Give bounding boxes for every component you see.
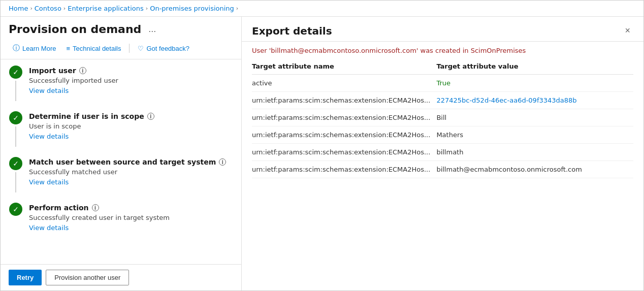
table-cell-attr: urn:ietf:params:scim:schemas:extension:E… <box>252 161 436 178</box>
breadcrumb-sep-1: › <box>30 5 32 12</box>
step-3-line <box>15 172 16 192</box>
steps-container: ✓ Import user i Successfully imported us… <box>1 59 241 264</box>
table-row: activeTrue <box>252 75 633 92</box>
step-1-desc: Successfully imported user <box>29 77 233 84</box>
step-1-check: ✓ <box>9 66 22 79</box>
left-panel: Provision on demand ... ⓘ Learn More ≡ T… <box>1 17 242 290</box>
page-title: Provision on demand <box>9 23 141 36</box>
subtitle-email: billmath@ecmabmcontoso.onmicrosoft.com <box>271 47 416 54</box>
table-header-row: Target attribute name Target attribute v… <box>252 58 633 75</box>
step-1-info-icon[interactable]: i <box>79 67 86 74</box>
table-cell-attr: urn:ietf:params:scim:schemas:extension:E… <box>252 126 436 144</box>
table-row: urn:ietf:params:scim:schemas:extension:E… <box>252 92 633 109</box>
breadcrumb-enterprise[interactable]: Enterprise applications <box>68 5 144 12</box>
step-scope: ✓ Determine if user is in scope i User i… <box>9 111 233 147</box>
breadcrumb-sep-4: › <box>236 5 238 12</box>
breadcrumb-sep-3: › <box>146 5 148 12</box>
table-cell-value: 227425bc-d52d-46ec-aa6d-09f3343da88b <box>436 92 633 109</box>
toolbar: ⓘ Learn More ≡ Technical details ♡ Got f… <box>1 40 241 59</box>
bottom-actions: Retry Provision another user <box>1 264 241 290</box>
step-4-check: ✓ <box>9 203 22 216</box>
step-import-user: ✓ Import user i Successfully imported us… <box>9 66 233 101</box>
step-2-title: Determine if user is in scope i <box>29 112 233 120</box>
learn-more-button[interactable]: ⓘ Learn More <box>9 42 60 55</box>
step-4-view-details[interactable]: View details <box>29 224 69 232</box>
retry-button[interactable]: Retry <box>9 270 42 285</box>
breadcrumb-sep-2: › <box>63 5 66 12</box>
step-3-info-icon[interactable]: i <box>219 158 226 166</box>
step-3-title: Match user between source and target sys… <box>29 158 233 166</box>
step-1-content: Import user i Successfully imported user… <box>29 66 233 101</box>
step-4-content: Perform action i Successfully created us… <box>29 203 233 232</box>
table-cell-attr: urn:ietf:params:scim:schemas:extension:E… <box>252 144 436 161</box>
learn-more-icon: ⓘ <box>13 44 20 53</box>
learn-more-label: Learn More <box>22 45 56 52</box>
left-header: Provision on demand ... <box>1 17 241 40</box>
table-body: activeTrueurn:ietf:params:scim:schemas:e… <box>252 75 633 178</box>
breadcrumb: Home › Contoso › Enterprise applications… <box>1 1 643 17</box>
step-2-content: Determine if user is in scope i User is … <box>29 111 233 147</box>
subtitle-after: ' was created in ScimOnPremises <box>416 47 526 54</box>
step-2-info-icon[interactable]: i <box>147 113 154 120</box>
step-3-check: ✓ <box>9 157 22 170</box>
export-title: Export details <box>252 25 332 37</box>
table-row: urn:ietf:params:scim:schemas:extension:E… <box>252 126 633 144</box>
step-1-line <box>15 81 16 101</box>
col-attr-value: Target attribute value <box>436 58 633 75</box>
step-match: ✓ Match user between source and target s… <box>9 157 233 192</box>
table-row: urn:ietf:params:scim:schemas:extension:E… <box>252 161 633 178</box>
export-attributes-table: Target attribute name Target attribute v… <box>252 58 633 178</box>
table-cell-value: Bill <box>436 109 633 126</box>
step-perform-action: ✓ Perform action i Successfully created … <box>9 203 233 232</box>
table-cell-value: True <box>436 75 633 92</box>
technical-details-button[interactable]: ≡ Technical details <box>62 43 125 54</box>
close-button[interactable]: × <box>622 25 633 36</box>
step-3-view-details[interactable]: View details <box>29 178 69 186</box>
step-4-desc: Successfully created user in target syst… <box>29 214 233 221</box>
table-row: urn:ietf:params:scim:schemas:extension:E… <box>252 109 633 126</box>
table-cell-attr: urn:ietf:params:scim:schemas:extension:E… <box>252 109 436 126</box>
step-1-icon-col: ✓ <box>9 66 23 101</box>
step-3-desc: Successfully matched user <box>29 168 233 176</box>
export-subtitle: User 'billmath@ecmabmcontoso.onmicrosoft… <box>242 42 643 58</box>
step-2-desc: User is in scope <box>29 122 233 130</box>
table-cell-attr: urn:ietf:params:scim:schemas:extension:E… <box>252 92 436 109</box>
step-2-check: ✓ <box>9 111 22 124</box>
table-cell-value: billmath <box>436 144 633 161</box>
step-1-view-details[interactable]: View details <box>29 87 69 94</box>
step-3-icon-col: ✓ <box>9 157 23 192</box>
feedback-label: Got feedback? <box>146 45 189 52</box>
col-attr-name: Target attribute name <box>252 58 436 75</box>
ellipsis-button[interactable]: ... <box>145 23 159 36</box>
subtitle-before: User ' <box>252 47 271 54</box>
step-2-icon-col: ✓ <box>9 111 23 147</box>
step-2-line <box>15 126 16 147</box>
step-2-view-details[interactable]: View details <box>29 133 69 140</box>
step-4-title: Perform action i <box>29 204 233 212</box>
step-4-icon-col: ✓ <box>9 203 23 232</box>
provision-another-button[interactable]: Provision another user <box>46 270 129 285</box>
breadcrumb-current: On-premises provisioning <box>150 5 234 12</box>
table-cell-value: billmath@ecmabmcontoso.onmicrosoft.com <box>436 161 633 178</box>
table-cell-attr: active <box>252 75 436 92</box>
step-1-title: Import user i <box>29 67 233 75</box>
table-cell-value: Mathers <box>436 126 633 144</box>
breadcrumb-home[interactable]: Home <box>9 5 28 12</box>
feedback-icon: ♡ <box>138 45 144 52</box>
technical-details-icon: ≡ <box>66 45 70 52</box>
export-table-container: Target attribute name Target attribute v… <box>242 58 643 290</box>
step-3-content: Match user between source and target sys… <box>29 157 233 192</box>
breadcrumb-contoso[interactable]: Contoso <box>35 5 61 12</box>
step-4-info-icon[interactable]: i <box>92 204 99 211</box>
feedback-button[interactable]: ♡ Got feedback? <box>134 43 194 54</box>
right-header: Export details × <box>242 17 643 42</box>
table-row: urn:ietf:params:scim:schemas:extension:E… <box>252 144 633 161</box>
toolbar-divider <box>129 44 130 53</box>
technical-details-label: Technical details <box>73 45 121 52</box>
right-panel: Export details × User 'billmath@ecmabmco… <box>242 17 643 290</box>
